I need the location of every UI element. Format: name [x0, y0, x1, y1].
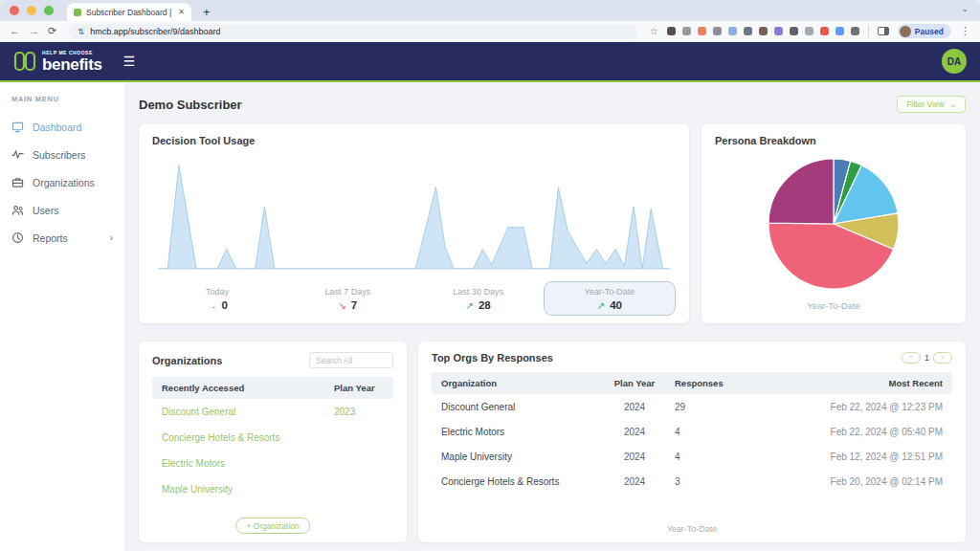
extension-icon[interactable] — [820, 27, 829, 35]
plan-year-link — [334, 458, 384, 469]
tab-strip: Subscriber Dashboard | Help ✕ + ⌄ — [0, 0, 980, 21]
org-link[interactable]: Discount General — [162, 407, 334, 417]
site-info-icon[interactable]: ⇅ — [78, 27, 84, 36]
table-row[interactable]: Concierge Hotels & Resorts — [152, 425, 393, 451]
trend-up-icon: ↗ — [597, 300, 605, 311]
tab-favicon — [74, 9, 81, 16]
stat-last-30-days[interactable]: Last 30 Days ↗28 — [413, 282, 544, 315]
responses-count: 4 — [675, 427, 770, 437]
table-row[interactable]: Discount General 2023 — [152, 399, 393, 425]
usage-area-chart — [152, 146, 676, 273]
column-recently-accessed: Recently Accessed — [162, 383, 334, 393]
organizations-card: Organizations Recently Accessed Plan Yea… — [139, 342, 407, 542]
extension-icon[interactable] — [728, 27, 737, 35]
sidebar-item-dashboard[interactable]: Dashboard — [0, 113, 124, 141]
org-link[interactable]: Maple University — [162, 484, 334, 495]
tab-close-icon[interactable]: ✕ — [178, 9, 185, 16]
extension-icons — [667, 27, 859, 35]
window-controls — [10, 0, 54, 21]
extension-icon[interactable] — [698, 27, 706, 35]
sidebar-item-users[interactable]: Users — [0, 196, 124, 224]
table-row[interactable]: Concierge Hotels & Resorts 2024 3 Feb 20… — [432, 469, 952, 494]
org-link[interactable]: Electric Motors — [162, 458, 334, 469]
extension-icon[interactable] — [790, 27, 798, 35]
filter-view-button[interactable]: Filter View ⌄ — [897, 96, 966, 113]
org-name: Electric Motors — [441, 427, 594, 437]
forward-icon[interactable]: → — [29, 26, 39, 36]
browser-tab[interactable]: Subscriber Dashboard | Help ✕ — [67, 3, 191, 21]
new-tab-icon[interactable]: + — [203, 6, 211, 18]
column-most-recent: Most Recent — [770, 378, 943, 388]
most-recent-date: Feb 22, 2024 @ 05:40 PM — [770, 427, 943, 437]
extension-icon[interactable] — [759, 27, 768, 35]
stat-label: Last 7 Days — [282, 287, 412, 297]
minimize-window-icon[interactable] — [27, 6, 36, 15]
bookmark-star-icon[interactable]: ☆ — [650, 26, 658, 36]
prev-page-button[interactable]: ‹ — [902, 352, 921, 364]
plan-year: 2024 — [594, 476, 675, 487]
reload-icon[interactable]: ⟳ — [48, 26, 56, 36]
table-row[interactable]: Discount General 2024 29 Feb 22, 2024 @ … — [432, 394, 952, 419]
add-organization-button[interactable]: + Organization — [235, 518, 310, 534]
sidebar-item-subscribers[interactable]: Subscribers — [0, 141, 124, 168]
filter-view-label: Filter View — [906, 99, 945, 109]
pie-slice[interactable] — [768, 159, 834, 224]
stat-last-7-days[interactable]: Last 7 Days ↘7 — [282, 282, 412, 315]
plan-year: 2024 — [594, 402, 675, 412]
close-window-icon[interactable] — [10, 6, 19, 15]
top-orgs-caption: Year-To-Date — [418, 524, 966, 534]
column-responses: Responses — [675, 378, 770, 388]
extension-icon[interactable] — [805, 27, 813, 35]
extension-icon[interactable] — [667, 27, 676, 35]
table-row[interactable]: Electric Motors 2024 4 Feb 22, 2024 @ 05… — [432, 419, 952, 444]
stat-year-to-date[interactable]: Year-To-Date ↗40 — [544, 281, 676, 316]
back-icon[interactable]: ← — [10, 26, 20, 36]
url-text: hmcb.app/subscriber/9/dashboard — [90, 27, 220, 36]
stat-label: Today — [152, 287, 282, 297]
browser-toolbar: ← → ⟳ ⇅ hmcb.app/subscriber/9/dashboard … — [0, 21, 980, 42]
plan-year-link[interactable]: 2023 — [334, 407, 384, 417]
extension-icon[interactable] — [835, 27, 844, 35]
hamburger-menu-icon[interactable]: ☰ — [123, 55, 136, 68]
usage-stats: Today →0 Last 7 Days ↘7 Last 30 Days ↗28 — [152, 281, 676, 316]
clock-icon — [11, 231, 24, 244]
extension-icon[interactable] — [774, 27, 783, 35]
address-bar[interactable]: ⇅ hmcb.app/subscriber/9/dashboard — [69, 24, 637, 39]
table-row[interactable]: Maple University 2024 4 Feb 12, 2024 @ 1… — [432, 444, 952, 469]
extension-icon[interactable] — [851, 27, 859, 35]
dashboard-icon — [11, 121, 24, 133]
extension-icon[interactable] — [713, 27, 722, 35]
app-logo[interactable]: HELP ME CHOOSE benefits — [13, 50, 102, 73]
persona-breakdown-card: Persona Breakdown Year-To-Date — [702, 124, 966, 323]
extension-icon[interactable] — [682, 27, 691, 35]
top-orgs-card-title: Top Orgs By Responses — [432, 352, 553, 364]
sidebar-item-label: Users — [33, 205, 58, 216]
profile-button[interactable]: Paused — [898, 24, 951, 38]
most-recent-date: Feb 12, 2024 @ 12:51 PM — [770, 452, 943, 462]
browser-menu-icon[interactable]: ⋮ — [960, 25, 970, 37]
plan-year-link — [334, 432, 384, 443]
chevron-down-icon: ⌄ — [949, 99, 956, 109]
logo-tagline: HELP ME CHOOSE — [42, 51, 102, 55]
responses-count: 29 — [675, 402, 770, 412]
user-avatar[interactable]: DA — [942, 49, 967, 74]
tab-title: Subscriber Dashboard | Help — [86, 8, 173, 17]
sidebar-item-reports[interactable]: Reports › — [0, 224, 124, 252]
stat-today[interactable]: Today →0 — [152, 282, 282, 315]
tab-search-icon[interactable]: ⌄ — [961, 4, 969, 13]
table-row[interactable]: Maple University — [152, 476, 393, 502]
sidebar-item-organizations[interactable]: Organizations — [0, 168, 124, 196]
sidebar: MAIN MENU Dashboard Subscribers Organiza… — [0, 82, 124, 551]
next-page-button[interactable]: › — [933, 352, 952, 364]
maximize-window-icon[interactable] — [44, 6, 54, 15]
org-link[interactable]: Concierge Hotels & Resorts — [162, 432, 334, 443]
side-panel-icon[interactable] — [878, 27, 889, 35]
trend-down-icon: ↘ — [338, 300, 345, 311]
extension-icon[interactable] — [744, 27, 752, 35]
column-plan-year: Plan Year — [594, 378, 675, 388]
table-row[interactable]: Electric Motors — [152, 451, 393, 476]
pagination: ‹ 1 › — [902, 352, 952, 364]
stat-label: Year-To-Date — [545, 287, 675, 297]
browser-window: Subscriber Dashboard | Help ✕ + ⌄ ← → ⟳ … — [0, 0, 980, 551]
search-input[interactable] — [309, 352, 393, 368]
